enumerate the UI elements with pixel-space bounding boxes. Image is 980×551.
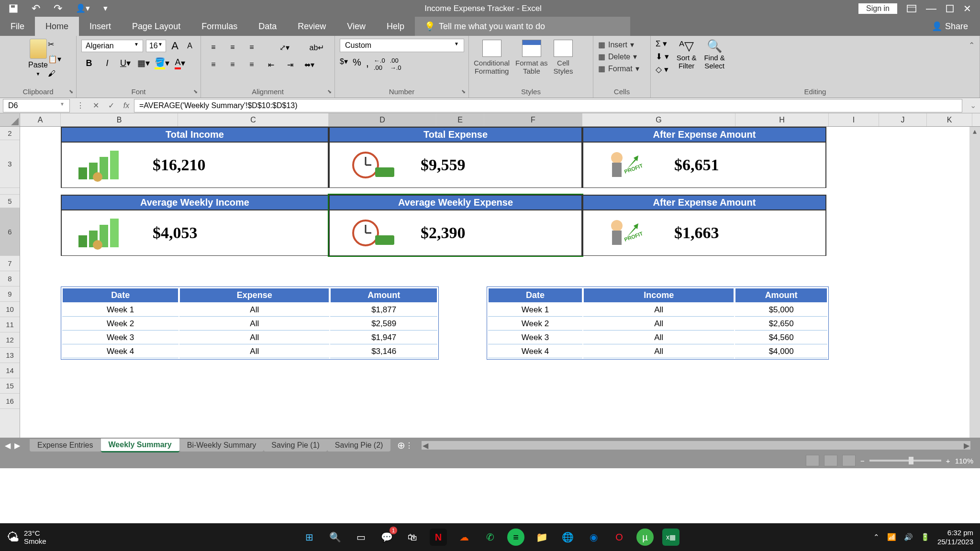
row-15[interactable]: 15 xyxy=(0,378,20,394)
font-size-select[interactable]: 16▼ xyxy=(146,40,166,52)
row-12[interactable]: 12 xyxy=(0,332,20,348)
vertical-scrollbar[interactable]: ▴ xyxy=(969,127,980,438)
col-k[interactable]: K xyxy=(927,113,972,126)
number-expand[interactable]: ⬊ xyxy=(461,88,466,95)
tray-chevron-icon[interactable]: ⌃ xyxy=(873,533,880,541)
sheet-options-icon[interactable]: ⋮ xyxy=(405,441,413,450)
touch-mode-icon[interactable]: 👤▾ xyxy=(76,3,90,13)
delete-cells-button[interactable]: ▦ Delete ▾ xyxy=(598,51,646,63)
row-14[interactable]: 14 xyxy=(0,363,20,378)
orientation-icon[interactable]: ⤢▾ xyxy=(277,41,292,54)
sheet-tab-expense-entries[interactable]: Expense Entries xyxy=(30,439,101,452)
save-icon[interactable] xyxy=(9,4,18,13)
copy-icon[interactable]: 📋▾ xyxy=(48,55,61,64)
border-button[interactable]: ▦▾ xyxy=(136,56,151,70)
align-center-icon[interactable]: ≡ xyxy=(225,58,240,71)
sheet-tab-biweekly-summary[interactable]: Bi-Weekly Summary xyxy=(179,439,264,452)
underline-button[interactable]: U▾ xyxy=(118,56,133,70)
row-4[interactable] xyxy=(0,188,20,195)
whatsapp-icon[interactable]: ✆ xyxy=(481,529,499,546)
alignment-expand[interactable]: ⬊ xyxy=(327,88,332,95)
redo-icon[interactable]: ↷ xyxy=(54,2,62,15)
maximize-icon[interactable] xyxy=(946,5,954,12)
zoom-slider[interactable] xyxy=(869,460,941,462)
col-g[interactable]: G xyxy=(582,113,735,126)
tab-review[interactable]: Review xyxy=(287,17,336,36)
row-9[interactable]: 9 xyxy=(0,287,20,302)
col-f[interactable]: F xyxy=(484,113,582,126)
weather-widget[interactable]: 🌤 23°C Smoke xyxy=(7,529,46,545)
align-left-icon[interactable]: ≡ xyxy=(206,58,221,71)
row-7[interactable]: 7 xyxy=(0,256,20,271)
merge-center-icon[interactable]: ⬌▾ xyxy=(301,58,317,71)
format-painter-icon[interactable]: 🖌 xyxy=(48,69,61,78)
sheet-tab-weekly-summary[interactable]: Weekly Summary xyxy=(101,439,179,452)
utorrent-icon[interactable]: µ xyxy=(636,529,654,546)
opera-icon[interactable]: O xyxy=(611,529,628,546)
tab-page-layout[interactable]: Page Layout xyxy=(122,17,191,36)
formula-input[interactable]: =AVERAGE('Weekly Summary'!$D$10:$D$13) xyxy=(134,99,962,112)
number-format-select[interactable]: Custom▼ xyxy=(340,39,464,52)
tab-view[interactable]: View xyxy=(336,17,376,36)
increase-indent-icon[interactable]: ⇥ xyxy=(282,58,298,71)
worksheet-grid[interactable]: 2 3 5 6 7 8 9 10 11 12 13 14 15 16 Total… xyxy=(0,127,980,438)
sort-filter-button[interactable]: ᴬ▽ Sort &Filter xyxy=(677,39,697,75)
zoom-level[interactable]: 110% xyxy=(955,457,973,465)
soundcloud-icon[interactable]: ☁ xyxy=(456,529,473,546)
row-6[interactable]: 6 xyxy=(0,208,20,256)
enter-formula-icon[interactable]: ✓ xyxy=(103,101,119,110)
wifi-icon[interactable]: 📶 xyxy=(887,533,896,541)
ribbon-display-icon[interactable] xyxy=(907,5,916,12)
sheet-nav-next-icon[interactable]: ▶ xyxy=(14,441,20,450)
name-box[interactable]: D6▼ xyxy=(3,99,70,112)
search-icon[interactable]: 🔍 xyxy=(326,529,344,546)
insert-function-icon[interactable]: fx xyxy=(119,101,134,110)
tab-formulas[interactable]: Formulas xyxy=(191,17,248,36)
cut-icon[interactable]: ✂ xyxy=(48,40,61,49)
col-b[interactable]: B xyxy=(61,113,178,126)
undo-icon[interactable]: ↶ xyxy=(32,2,40,15)
customize-qat-icon[interactable]: ▾ xyxy=(103,3,108,13)
expand-formula-icon[interactable]: ⌄ xyxy=(966,101,980,110)
row-10[interactable]: 10 xyxy=(0,302,20,317)
autosum-icon[interactable]: Σ ▾ xyxy=(656,39,669,49)
netflix-icon[interactable]: N xyxy=(430,529,447,546)
decrease-indent-icon[interactable]: ⇤ xyxy=(263,58,278,71)
col-i[interactable]: I xyxy=(829,113,879,126)
close-icon[interactable]: ✕ xyxy=(963,3,971,14)
col-c[interactable]: C xyxy=(178,113,329,126)
battery-icon[interactable]: 🔋 xyxy=(921,533,930,541)
find-select-button[interactable]: 🔍 Find &Select xyxy=(704,39,724,75)
font-name-select[interactable]: Algerian▼ xyxy=(81,40,143,52)
zoom-out-icon[interactable]: − xyxy=(860,457,865,465)
teams-icon[interactable]: 💬1 xyxy=(378,529,395,546)
system-clock[interactable]: 6:32 pm 25/11/2023 xyxy=(937,528,973,547)
chrome-icon[interactable]: 🌐 xyxy=(559,529,576,546)
fill-icon[interactable]: ⬇ ▾ xyxy=(656,52,669,62)
decrease-decimal-icon[interactable]: .00→.0 xyxy=(390,57,401,71)
tab-data[interactable]: Data xyxy=(248,17,287,36)
row-8[interactable]: 8 xyxy=(0,271,20,287)
horizontal-scrollbar[interactable]: ◀ ▶ xyxy=(422,441,970,450)
paste-button[interactable]: Paste ▼ xyxy=(5,39,71,77)
tab-insert[interactable]: Insert xyxy=(79,17,122,36)
tab-help[interactable]: Help xyxy=(376,17,415,36)
spotify-icon[interactable]: ≡ xyxy=(507,529,524,546)
tab-file[interactable]: File xyxy=(0,17,35,36)
fill-color-button[interactable]: 🪣▾ xyxy=(154,56,169,70)
select-all-corner[interactable] xyxy=(0,113,20,126)
store-icon[interactable]: 🛍 xyxy=(404,529,421,546)
page-layout-view-icon[interactable] xyxy=(824,455,837,466)
tab-home[interactable]: Home xyxy=(35,17,79,36)
excel-taskbar-icon[interactable]: x▦ xyxy=(662,529,679,546)
percent-format-icon[interactable]: % xyxy=(353,57,361,71)
start-icon[interactable]: ⊞ xyxy=(301,529,318,546)
zoom-in-icon[interactable]: + xyxy=(946,457,950,465)
align-top-icon[interactable]: ≡ xyxy=(206,41,221,54)
comma-format-icon[interactable]: , xyxy=(366,57,369,71)
new-sheet-icon[interactable]: ⊕ xyxy=(397,440,405,451)
row-2[interactable]: 2 xyxy=(0,127,20,140)
row-11[interactable]: 11 xyxy=(0,317,20,332)
row-16[interactable]: 16 xyxy=(0,394,20,409)
row-3[interactable]: 3 xyxy=(0,140,20,188)
